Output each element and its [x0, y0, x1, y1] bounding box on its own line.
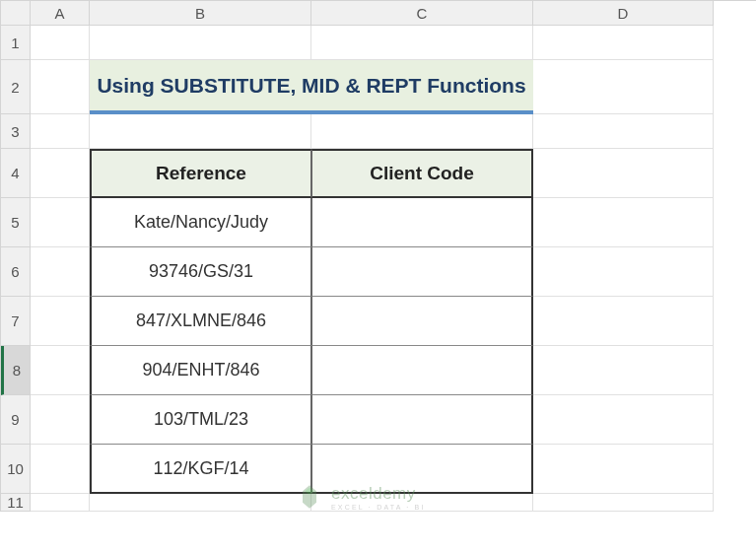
cell-c7-clientcode[interactable]: [311, 297, 533, 346]
cell-c9-clientcode[interactable]: [311, 395, 533, 445]
row-header-6[interactable]: 6: [1, 247, 31, 297]
row-header-1[interactable]: 1: [1, 26, 31, 60]
cell-b7-reference[interactable]: 847/XLMNE/846: [90, 297, 311, 346]
cell-a9[interactable]: [31, 395, 90, 445]
header-clientcode[interactable]: Client Code: [311, 149, 533, 198]
cell-c5-clientcode[interactable]: [311, 198, 533, 247]
cell-c6-clientcode[interactable]: [311, 247, 533, 297]
cell-c11[interactable]: [311, 494, 533, 512]
cell-d4[interactable]: [533, 149, 714, 198]
header-reference[interactable]: Reference: [90, 149, 311, 198]
cell-c10-clientcode[interactable]: [311, 445, 533, 494]
cell-d6[interactable]: [533, 247, 714, 297]
cell-d10[interactable]: [533, 445, 714, 494]
cell-d8[interactable]: [533, 346, 714, 395]
row-header-3[interactable]: 3: [1, 114, 31, 149]
row-header-7[interactable]: 7: [1, 297, 31, 346]
row-header-5[interactable]: 5: [1, 198, 31, 247]
cell-b1[interactable]: [90, 26, 311, 60]
cell-a10[interactable]: [31, 445, 90, 494]
cell-b8-reference[interactable]: 904/ENHT/846: [90, 346, 311, 395]
cell-b10-reference[interactable]: 112/KGF/14: [90, 445, 311, 494]
cell-d11[interactable]: [533, 494, 714, 512]
cell-c1[interactable]: [311, 26, 533, 60]
cell-a6[interactable]: [31, 247, 90, 297]
cell-a4[interactable]: [31, 149, 90, 198]
spreadsheet-grid: A B C D 1 2 Using SUBSTITUTE, MID & REPT…: [0, 0, 756, 512]
cell-d9[interactable]: [533, 395, 714, 445]
cell-b3[interactable]: [90, 114, 311, 149]
cell-a7[interactable]: [31, 297, 90, 346]
col-header-c[interactable]: C: [311, 1, 533, 26]
row-header-11[interactable]: 11: [1, 494, 31, 512]
row-header-4[interactable]: 4: [1, 149, 31, 198]
cell-a5[interactable]: [31, 198, 90, 247]
cell-a1[interactable]: [31, 26, 90, 60]
cell-d2[interactable]: [533, 60, 714, 114]
cell-c3[interactable]: [311, 114, 533, 149]
row-header-9[interactable]: 9: [1, 395, 31, 445]
cell-b9-reference[interactable]: 103/TML/23: [90, 395, 311, 445]
cell-d7[interactable]: [533, 297, 714, 346]
row-header-2[interactable]: 2: [1, 60, 31, 114]
cell-d5[interactable]: [533, 198, 714, 247]
cell-a3[interactable]: [31, 114, 90, 149]
col-header-a[interactable]: A: [31, 1, 90, 26]
row-header-10[interactable]: 10: [1, 445, 31, 494]
cell-c8-clientcode[interactable]: [311, 346, 533, 395]
select-all-corner[interactable]: [1, 1, 31, 26]
title-merged-cell[interactable]: Using SUBSTITUTE, MID & REPT Functions: [90, 60, 533, 114]
cell-b11[interactable]: [90, 494, 311, 512]
col-header-d[interactable]: D: [533, 1, 714, 26]
cell-a8[interactable]: [31, 346, 90, 395]
cell-b6-reference[interactable]: 93746/GS/31: [90, 247, 311, 297]
col-header-b[interactable]: B: [90, 1, 311, 26]
cell-d1[interactable]: [533, 26, 714, 60]
row-header-8[interactable]: 8: [1, 346, 31, 395]
cell-b5-reference[interactable]: Kate/Nancy/Judy: [90, 198, 311, 247]
cell-a2[interactable]: [31, 60, 90, 114]
cell-a11[interactable]: [31, 494, 90, 512]
cell-d3[interactable]: [533, 114, 714, 149]
